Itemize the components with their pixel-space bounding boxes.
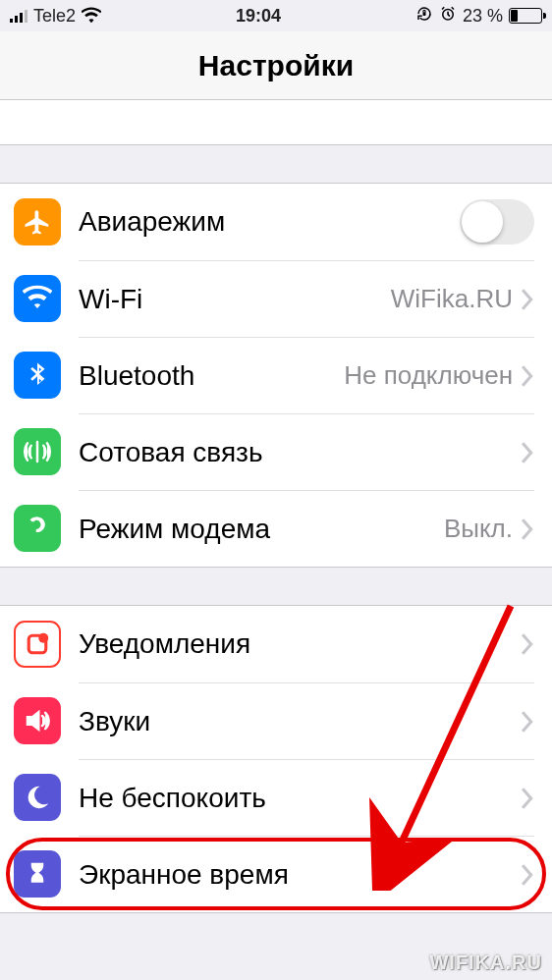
page-title-text: Настройки	[198, 49, 354, 82]
row-value: WiFika.RU	[391, 284, 513, 314]
chevron-right-icon	[521, 518, 534, 540]
group-spacer	[0, 145, 552, 183]
row-hotspot[interactable]: Режим модема Выкл.	[0, 490, 552, 567]
chevron-right-icon	[521, 365, 534, 387]
row-label: Сотовая связь	[79, 437, 521, 468]
row-wifi[interactable]: Wi-Fi WiFika.RU	[0, 260, 552, 337]
row-bluetooth[interactable]: Bluetooth Не подключен	[0, 337, 552, 413]
carrier-label: Tele2	[33, 6, 76, 27]
row-notifications[interactable]: Уведомления	[0, 606, 552, 682]
cellular-signal-icon	[10, 9, 28, 23]
battery-percent: 23 %	[463, 6, 503, 27]
row-label: Уведомления	[79, 628, 521, 660]
bluetooth-icon	[14, 352, 61, 399]
chevron-right-icon	[521, 788, 534, 809]
row-value: Не подключен	[344, 360, 513, 391]
row-value: Выкл.	[444, 514, 513, 544]
svg-rect-0	[422, 12, 425, 16]
moon-icon	[14, 774, 61, 821]
row-label: Wi-Fi	[79, 284, 391, 315]
row-cellular[interactable]: Сотовая связь	[0, 413, 552, 490]
airplane-icon	[14, 198, 61, 245]
hotspot-icon	[14, 505, 61, 552]
wifi-icon	[14, 275, 61, 322]
page-title: Настройки	[0, 31, 552, 100]
chevron-right-icon	[521, 711, 534, 733]
group-spacer	[0, 568, 552, 605]
notifications-icon	[14, 621, 61, 668]
chevron-right-icon	[521, 289, 534, 310]
status-time: 19:04	[236, 6, 281, 27]
airplane-toggle[interactable]	[460, 199, 534, 245]
sounds-icon	[14, 697, 61, 744]
chevron-right-icon	[521, 633, 534, 655]
status-bar: Tele2 19:04 23 %	[0, 0, 552, 31]
wifi-status-icon	[82, 7, 101, 26]
chevron-right-icon	[521, 864, 534, 886]
row-airplane[interactable]: Авиарежим	[0, 184, 552, 260]
row-label: Звуки	[79, 706, 521, 737]
watermark: WIFIKA.RU	[429, 952, 542, 974]
status-right: 23 %	[415, 5, 542, 27]
cellular-icon	[14, 428, 61, 475]
row-sounds[interactable]: Звуки	[0, 682, 552, 759]
row-label: Bluetooth	[79, 360, 344, 392]
row-dnd[interactable]: Не беспокоить	[0, 759, 552, 836]
orientation-lock-icon	[415, 5, 433, 27]
hourglass-icon	[14, 850, 61, 898]
row-label: Режим модема	[79, 514, 444, 545]
battery-icon	[509, 8, 542, 24]
row-label: Авиарежим	[79, 206, 460, 238]
chevron-right-icon	[521, 442, 534, 463]
svg-point-3	[38, 633, 48, 643]
status-left: Tele2	[10, 6, 101, 27]
settings-group-connectivity: Авиарежим Wi-Fi WiFika.RU Bluetooth Не п…	[0, 183, 552, 568]
row-label: Не беспокоить	[79, 783, 521, 814]
row-label: Экранное время	[79, 859, 521, 891]
row-screentime[interactable]: Экранное время	[0, 836, 552, 912]
alarm-icon	[439, 5, 457, 27]
settings-group-general: Уведомления Звуки Не беспокоить Экранное…	[0, 605, 552, 913]
search-field-stub[interactable]	[0, 100, 552, 145]
